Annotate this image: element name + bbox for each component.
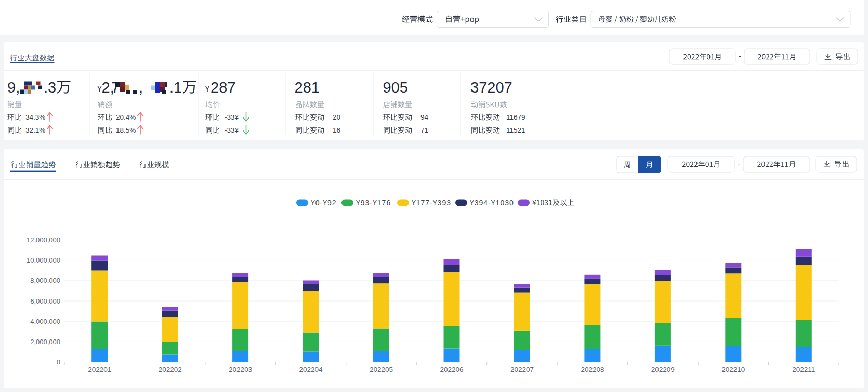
svg-text:71: 71 [420,126,428,134]
svg-text:202201: 202201 [88,365,111,373]
svg-text:202204: 202204 [299,365,323,373]
svg-text:¥: ¥ [205,85,210,94]
svg-text:,: , [139,79,143,96]
svg-text:202206: 202206 [440,365,463,373]
svg-text:¥0-¥92: ¥0-¥92 [310,199,337,207]
svg-text:¥93-¥176: ¥93-¥176 [356,199,391,207]
svg-text:202211: 202211 [792,365,815,373]
svg-text:.1: .1 [169,79,182,96]
svg-text:-: - [738,160,741,168]
svg-text:202203: 202203 [229,365,252,373]
svg-text:6,000,000: 6,000,000 [30,297,60,305]
svg-text:905: 905 [383,79,408,96]
svg-text:202202: 202202 [159,365,182,373]
svg-text:10,000,000: 10,000,000 [27,256,60,264]
svg-text:202209: 202209 [651,365,675,373]
svg-text:.3: .3 [44,79,56,96]
svg-text:7: 7 [111,79,120,96]
svg-text:12,000,000: 12,000,000 [27,236,60,244]
svg-text:20: 20 [333,113,340,121]
svg-text:8,000,000: 8,000,000 [30,277,60,284]
svg-text:32.1%: 32.1% [25,126,45,134]
svg-text:202210: 202210 [721,365,745,373]
svg-text:287: 287 [211,79,235,96]
svg-text:11521: 11521 [506,126,525,134]
svg-text:94: 94 [420,113,429,121]
svg-text:16: 16 [333,126,340,134]
svg-text:202208: 202208 [581,365,604,373]
svg-text:281: 281 [295,79,320,96]
svg-text:202207: 202207 [510,365,534,373]
svg-text:-33¥: -33¥ [225,126,239,134]
svg-text:0: 0 [57,358,60,366]
svg-text:34.3%: 34.3% [25,113,45,121]
svg-text:202205: 202205 [370,365,393,373]
svg-text:2,000,000: 2,000,000 [30,338,60,346]
svg-text:4,000,000: 4,000,000 [30,318,60,325]
svg-text:20.4%: 20.4% [116,113,136,121]
svg-text:18.5%: 18.5% [116,126,136,134]
svg-text:37207: 37207 [470,79,512,96]
svg-text:¥177-¥393: ¥177-¥393 [411,199,451,207]
svg-text:11679: 11679 [506,113,525,121]
svg-text:¥394-¥1030: ¥394-¥1030 [469,199,514,207]
svg-text:¥: ¥ [97,85,102,94]
svg-text:9,: 9, [7,79,20,96]
svg-text:-: - [739,52,741,60]
svg-text:-33¥: -33¥ [225,113,239,121]
